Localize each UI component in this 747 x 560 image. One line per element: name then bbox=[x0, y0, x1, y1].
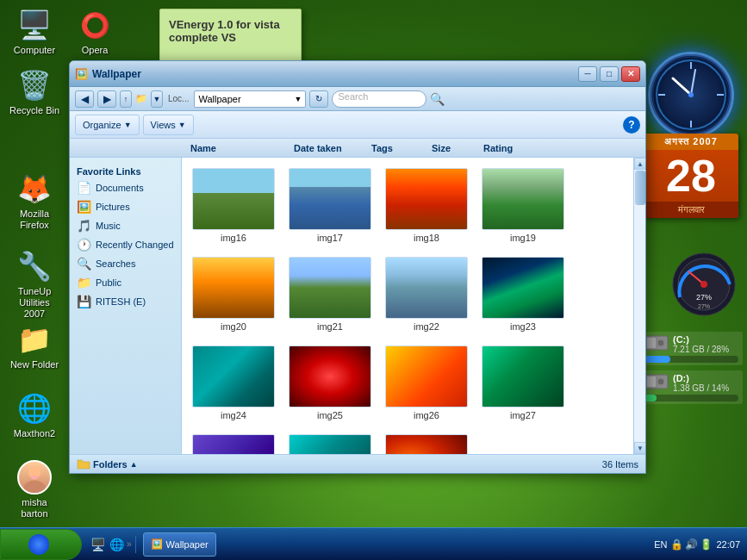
title-bar: 🖼️ Wallpaper ─ □ ✕ bbox=[70, 61, 645, 87]
maxthon-icon: 🌐 bbox=[17, 391, 52, 426]
svg-point-2 bbox=[657, 60, 725, 129]
desktop-icon-recycle-bin[interactable]: 🗑️ Recycle Bin bbox=[4, 65, 65, 120]
file-img24[interactable]: img24 bbox=[189, 342, 278, 424]
search-icon[interactable]: 🔍 bbox=[430, 92, 445, 106]
sidebar-item-ritesh[interactable]: 💾 RITESH (E) bbox=[70, 292, 181, 311]
vertical-scrollbar[interactable]: ▲ ▼ bbox=[633, 158, 645, 454]
desktop-icon-firefox[interactable]: 🦊 Mozilla Firefox bbox=[4, 168, 65, 234]
file-img23[interactable]: img23 bbox=[478, 253, 568, 335]
forward-button[interactable]: ▶ bbox=[97, 90, 116, 108]
taskbar-item-wallpaper[interactable]: 🖼️ Wallpaper bbox=[143, 532, 216, 557]
search-box[interactable]: Search bbox=[332, 90, 426, 108]
scroll-down-arrow[interactable]: ▼ bbox=[634, 442, 645, 454]
col-rating[interactable]: Rating bbox=[480, 143, 549, 153]
desktop-icon-new-folder[interactable]: 📁 New Folder bbox=[4, 319, 65, 374]
file-img22[interactable]: img22 bbox=[382, 253, 471, 335]
organize-button[interactable]: Organize ▼ bbox=[75, 115, 140, 135]
svg-point-15 bbox=[700, 281, 707, 288]
sidebar-item-documents[interactable]: 📄 Documents bbox=[70, 178, 181, 197]
col-date-taken[interactable]: Date taken bbox=[290, 143, 368, 153]
calendar-month-year: अगस्त 2007 bbox=[644, 134, 738, 150]
clock-widget bbox=[648, 52, 734, 138]
public-icon: 📁 bbox=[77, 276, 91, 289]
img16-label: img16 bbox=[192, 233, 275, 243]
address-separator: Loc... bbox=[168, 94, 189, 103]
svg-text:27%: 27% bbox=[698, 303, 710, 309]
refresh-button[interactable]: ↻ bbox=[309, 90, 328, 108]
back-button[interactable]: ◀ bbox=[75, 90, 94, 108]
file-img27[interactable]: img27 bbox=[478, 342, 568, 424]
searches-icon: 🔍 bbox=[77, 257, 91, 271]
maximize-button[interactable]: □ bbox=[600, 66, 619, 82]
location-box[interactable]: Wallpaper ▼ bbox=[194, 90, 306, 108]
sidebar-item-public[interactable]: 📁 Public bbox=[70, 273, 181, 292]
col-tags[interactable]: Tags bbox=[368, 143, 428, 153]
file-img18[interactable]: img18 bbox=[382, 165, 471, 246]
ie-icon[interactable]: 🌐 bbox=[108, 536, 125, 553]
desktop-icon-opera[interactable]: ⭕ Opera bbox=[65, 4, 125, 59]
desktop-icon-tunup[interactable]: 🔧 TuneUp Utilities 2007 bbox=[4, 246, 65, 324]
opera-label: Opera bbox=[68, 45, 121, 56]
file-img30[interactable]: img30 bbox=[382, 431, 471, 454]
file-img28[interactable]: img28 bbox=[189, 431, 278, 454]
start-button[interactable] bbox=[0, 529, 82, 560]
help-button[interactable]: ? bbox=[623, 116, 640, 134]
pictures-icon: 🖼️ bbox=[77, 200, 91, 214]
file-img26[interactable]: img26 bbox=[382, 342, 471, 424]
col-name[interactable]: Name bbox=[187, 143, 290, 153]
img20-thumb bbox=[192, 257, 275, 319]
drive-icon: 💾 bbox=[77, 295, 91, 308]
img19-thumb bbox=[482, 168, 564, 230]
volume-tray-icon[interactable]: 🔊 bbox=[685, 538, 698, 551]
close-button[interactable]: ✕ bbox=[621, 66, 640, 82]
desktop-icon-maxthon[interactable]: 🌐 Maxthon2 bbox=[4, 388, 65, 443]
clock-display: 22:07 bbox=[716, 539, 740, 550]
recycle-bin-label: Recycle Bin bbox=[8, 105, 61, 116]
svg-line-8 bbox=[691, 70, 695, 95]
explorer-content: Favorite Links 📄 Documents 🖼️ Pictures 🎵… bbox=[70, 158, 645, 454]
window-icon: 🖼️ bbox=[75, 68, 88, 80]
img20-label: img20 bbox=[192, 321, 275, 332]
tunup-icon: 🔧 bbox=[17, 249, 52, 283]
desktop-icon-misha[interactable]: misha barton bbox=[4, 457, 65, 523]
svg-rect-19 bbox=[647, 338, 656, 348]
taskbar-item-label: Wallpaper bbox=[166, 539, 209, 550]
folders-toggle-button[interactable]: Favorite Links Folders ▲ bbox=[77, 457, 138, 471]
file-img20[interactable]: img20 bbox=[189, 253, 278, 335]
img24-thumb bbox=[192, 345, 275, 408]
desktop-icon-computer[interactable]: 🖥️ Computer bbox=[4, 4, 65, 59]
folder-icon: 📁 bbox=[17, 322, 52, 357]
network-tray-icon[interactable]: 🔒 bbox=[670, 538, 683, 551]
sidebar-item-recently-changed[interactable]: 🕐 Recently Changed bbox=[70, 235, 181, 254]
language-indicator: EN bbox=[654, 539, 667, 550]
svg-point-20 bbox=[657, 339, 664, 346]
firefox-label: Mozilla Firefox bbox=[8, 208, 61, 231]
file-img17[interactable]: img17 bbox=[285, 165, 375, 246]
folder-label: New Folder bbox=[8, 359, 61, 370]
sidebar-item-searches[interactable]: 🔍 Searches bbox=[70, 254, 181, 273]
file-img25[interactable]: img25 bbox=[285, 342, 375, 424]
img18-label: img18 bbox=[385, 233, 468, 243]
battery-tray-icon[interactable]: 🔋 bbox=[700, 538, 713, 551]
show-desktop-icon[interactable]: 🖥️ bbox=[89, 536, 106, 553]
documents-icon: 📄 bbox=[77, 181, 91, 195]
drive-c-widget: (C:) 7.21 GB / 28% bbox=[639, 332, 743, 365]
quick-launch-more[interactable]: » bbox=[127, 539, 132, 549]
scroll-up-arrow[interactable]: ▲ bbox=[634, 158, 645, 170]
file-img16[interactable]: img16 bbox=[189, 165, 278, 246]
file-img21[interactable]: img21 bbox=[285, 253, 375, 335]
drive-d-widget: (D:) 1.38 GB / 14% bbox=[639, 370, 743, 404]
nav-arrow-button[interactable]: ▼ bbox=[151, 90, 163, 108]
scroll-track[interactable] bbox=[634, 170, 645, 442]
col-size[interactable]: Size bbox=[428, 143, 480, 153]
file-img29[interactable]: img29 bbox=[285, 431, 375, 454]
up-button[interactable]: ↑ bbox=[120, 90, 132, 108]
views-button[interactable]: Views ▼ bbox=[143, 115, 194, 135]
explorer-window: 🖼️ Wallpaper ─ □ ✕ ◀ ▶ ↑ 📁 ▼ Loc... Wall… bbox=[69, 60, 646, 474]
scroll-thumb[interactable] bbox=[635, 171, 645, 205]
sidebar-item-pictures[interactable]: 🖼️ Pictures bbox=[70, 197, 181, 216]
toolbar: Organize ▼ Views ▼ ? bbox=[70, 111, 645, 139]
file-img19[interactable]: img19 bbox=[478, 165, 568, 246]
minimize-button[interactable]: ─ bbox=[578, 66, 597, 82]
sidebar-item-music[interactable]: 🎵 Music bbox=[70, 216, 181, 235]
